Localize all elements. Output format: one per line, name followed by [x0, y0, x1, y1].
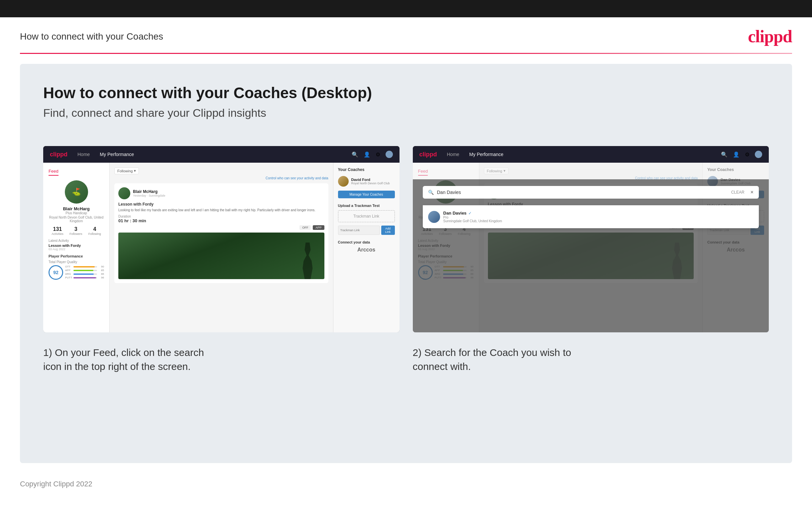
- coach-club-1: Royal North Devon Golf Club: [351, 182, 390, 185]
- app-logo-2: clippd: [420, 151, 437, 158]
- search-result-dropdown: Dan Davies ✓ Pro Sunningdale Golf Club, …: [423, 205, 759, 228]
- performance-section-1: Player Performance Total Player Quality …: [49, 254, 104, 280]
- feed-tab-1: Feed: [49, 169, 58, 176]
- feed-card-1: Blair McHarg Yesterday · Sunningdale Les…: [114, 183, 328, 283]
- activity-sub-1: 03 Aug 2022: [49, 248, 104, 251]
- app-content-1: Feed ⛳ Blair McHarg Plus Handicap Royal …: [43, 163, 399, 332]
- feed-user-info-1: Blair McHarg Yesterday · Sunningdale: [133, 189, 165, 197]
- trackman-input-1[interactable]: [338, 225, 380, 235]
- result-name: Dan Davies: [443, 211, 467, 216]
- close-search-button[interactable]: ×: [751, 189, 754, 195]
- section-subtitle: Find, connect and share your Clippd insi…: [43, 107, 769, 119]
- quality-bars-1: OTT 90 APP 85: [65, 265, 104, 280]
- app-sidebar-1: Feed ⛳ Blair McHarg Plus Handicap Royal …: [43, 163, 110, 332]
- nav-my-performance-1: My Performance: [100, 152, 134, 157]
- upload-title-1: Upload a Trackman Test: [338, 204, 395, 208]
- trackman-box-1: Trackman Link: [338, 210, 395, 222]
- app-coaches-1: Your Coaches David Ford Royal North Devo…: [333, 163, 399, 332]
- app-nav-icons-1: 🔍 👤 ⚙: [352, 151, 393, 158]
- header-divider: [20, 53, 792, 54]
- profile-icon-1[interactable]: 👤: [364, 152, 370, 158]
- search-bar-overlay: 🔍 Dan Davies CLEAR ×: [423, 186, 759, 199]
- result-avatar: [428, 211, 440, 223]
- section-title: How to connect with your Coaches (Deskto…: [43, 84, 769, 102]
- footer: Copyright Clippd 2022: [0, 473, 812, 495]
- nav-home-1: Home: [78, 152, 90, 157]
- screenshot-mockup-2: clippd Home My Performance 🔍 👤 ⚙ Feed: [413, 146, 769, 332]
- feed-avatar-1: [118, 187, 130, 199]
- settings-icon-1[interactable]: ⚙: [376, 152, 380, 158]
- coach-avatar-1: [338, 176, 349, 186]
- header: How to connect with your Coaches clippd: [0, 17, 812, 53]
- top-bar: [0, 0, 812, 17]
- feed-card-text-1: Looking to feel like my hands are exitin…: [118, 208, 324, 213]
- search-icon-2[interactable]: 🔍: [721, 152, 727, 158]
- bar-arg: ARG 86: [65, 272, 104, 276]
- result-checkmark: ✓: [468, 211, 472, 216]
- copyright-text: Copyright Clippd 2022: [20, 480, 92, 488]
- trackman-input-row-1: Add Link: [338, 225, 395, 235]
- search-icon-overlay: 🔍: [428, 189, 434, 195]
- toggle-app-1[interactable]: APP: [313, 225, 324, 230]
- app-logo-1: clippd: [50, 151, 67, 158]
- bar-ott: OTT 90: [65, 265, 104, 268]
- result-info: Dan Davies ✓ Pro Sunningdale Golf Club, …: [443, 211, 502, 223]
- quality-row-1: 92 OTT 90 APP: [49, 265, 104, 280]
- screenshots-row: clippd Home My Performance 🔍 👤 ⚙ Feed: [43, 146, 769, 374]
- app-navbar-1: clippd Home My Performance 🔍 👤 ⚙: [43, 146, 399, 163]
- avatar-icon-2[interactable]: [755, 151, 762, 158]
- clippd-logo: clippd: [748, 27, 792, 46]
- avatar-icon-1[interactable]: [386, 151, 393, 158]
- main-content: How to connect with your Coaches (Deskto…: [20, 64, 792, 463]
- search-result-item-1[interactable]: Dan Davies ✓ Pro Sunningdale Golf Club, …: [428, 209, 754, 225]
- activity-title-1: Lesson with Fordy: [49, 244, 104, 248]
- app-feed-1: Following ▾ Control who can see your act…: [110, 163, 333, 332]
- coaches-title-2: Your Coaches: [707, 167, 764, 172]
- result-club: Sunningdale Golf Club, United Kingdom: [443, 219, 502, 223]
- coaches-title-1: Your Coaches: [338, 167, 395, 172]
- step-2-description: 2) Search for the Coach you wish toconne…: [413, 346, 769, 374]
- manage-coaches-btn-1[interactable]: Manage Your Coaches: [338, 190, 395, 198]
- search-input-text[interactable]: Dan Davies: [437, 189, 728, 195]
- step-1-description: 1) On your Feed, click on the searchicon…: [43, 346, 399, 374]
- feed-tab-2: Feed: [418, 169, 428, 176]
- connect-data-title-1: Connect your data: [338, 240, 395, 244]
- toggle-btns-1: OFF APP: [118, 225, 324, 230]
- profile-detail1-1: Plus Handicap: [49, 211, 104, 215]
- profile-name-1: Blair McHarg: [49, 206, 104, 211]
- coach-item-1: David Ford Royal North Devon Golf Club: [338, 176, 395, 186]
- quality-circle-1: 92: [49, 265, 63, 280]
- tpq-label-1: Total Player Quality: [49, 260, 104, 264]
- bar-putt: PUTT 96: [65, 276, 104, 279]
- stat-activities: 131 Activities: [51, 226, 63, 236]
- feed-card-title-1: Lesson with Fordy: [118, 202, 324, 207]
- search-overlay: 🔍 Dan Davies CLEAR × Dan Davies: [413, 179, 769, 332]
- profile-avatar-1: ⛳: [65, 180, 88, 204]
- app-navbar-2: clippd Home My Performance 🔍 👤 ⚙: [413, 146, 769, 163]
- latest-activity-label-1: Latest Activity: [49, 239, 104, 243]
- profile-icon-2[interactable]: 👤: [733, 152, 739, 158]
- screenshot-panel-2: clippd Home My Performance 🔍 👤 ⚙ Feed: [413, 146, 769, 374]
- profile-stats-1: 131 Activities 3 Followers 4 Following: [49, 226, 104, 236]
- result-role: Pro: [443, 216, 502, 219]
- settings-icon-2[interactable]: ⚙: [745, 152, 750, 158]
- arccos-logo-1: Arccos: [338, 247, 395, 253]
- search-icon-1[interactable]: 🔍: [352, 152, 358, 158]
- page-title: How to connect with your Coaches: [20, 31, 163, 42]
- coach-info-1: David Ford Royal North Devon Golf Club: [351, 178, 390, 185]
- profile-detail2-1: Royal North Devon Golf Club, United King…: [49, 216, 104, 223]
- screenshot-panel-1: clippd Home My Performance 🔍 👤 ⚙ Feed: [43, 146, 399, 374]
- feed-image-1: [118, 232, 324, 279]
- coach-name-1: David Ford: [351, 178, 390, 182]
- nav-my-performance-2: My Performance: [469, 152, 504, 157]
- following-btn-1[interactable]: Following ▾: [114, 167, 139, 174]
- toggle-off-1[interactable]: OFF: [299, 225, 311, 230]
- clear-button[interactable]: CLEAR: [731, 190, 745, 195]
- control-link-1[interactable]: Control who can see your activity and da…: [114, 176, 328, 180]
- add-link-btn-1[interactable]: Add Link: [381, 225, 395, 235]
- app-nav-icons-2: 🔍 👤 ⚙: [721, 151, 762, 158]
- nav-home-2: Home: [447, 152, 459, 157]
- bar-app: APP 85: [65, 269, 104, 272]
- duration-row-1: Duration 01 hr : 30 min: [118, 215, 324, 223]
- feed-card-header-1: Blair McHarg Yesterday · Sunningdale: [118, 187, 324, 199]
